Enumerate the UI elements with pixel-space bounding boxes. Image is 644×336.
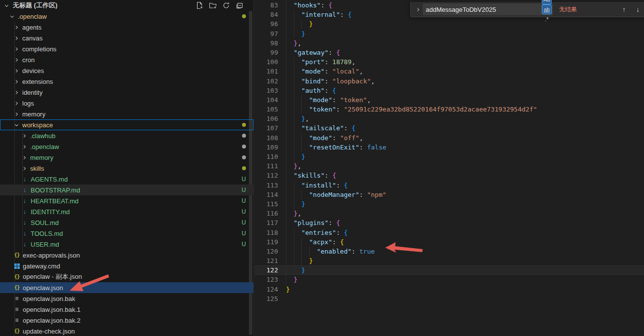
chevron-down-icon[interactable] bbox=[12, 124, 21, 126]
code-line-109[interactable]: 109"resetOnExit": false bbox=[254, 143, 644, 152]
find-widget: addMessageToDbV2025 Aaab.* 无结果 ↑ ↓ bbox=[410, 2, 644, 17]
chevron-right-icon[interactable] bbox=[20, 146, 29, 148]
tree-item-agents.md[interactable]: ↓AGENTS.mdU bbox=[0, 174, 253, 185]
tree-item-identity.md[interactable]: ↓IDENTITY.mdU bbox=[0, 206, 253, 217]
tree-item-heartbeat.md[interactable]: ↓HEARTBEAT.mdU bbox=[0, 195, 253, 206]
new-file-icon[interactable] bbox=[195, 0, 204, 10]
chevron-right-icon[interactable] bbox=[20, 135, 29, 137]
line-number: 110 bbox=[254, 152, 278, 161]
code-line-120[interactable]: 120"enabled": true bbox=[254, 247, 644, 256]
tree-item-label: openclaw - 副本.json bbox=[23, 272, 82, 281]
chevron-right-icon[interactable] bbox=[12, 102, 21, 105]
chevron-down-icon[interactable] bbox=[8, 16, 16, 17]
tree-item-openclaw.json.bak[interactable]: ≡openclaw.json.bak bbox=[0, 293, 253, 304]
line-number: 96 bbox=[254, 19, 278, 29]
collapse-folders-icon[interactable] bbox=[235, 0, 244, 10]
tree-item-openclaw-.json[interactable]: {}openclaw - 副本.json bbox=[0, 271, 253, 282]
tree-item-openclaw.json.bak.2[interactable]: ≡openclaw.json.bak.2 bbox=[0, 315, 253, 326]
code-line-124[interactable]: 124} bbox=[254, 285, 644, 294]
chevron-right-icon[interactable] bbox=[12, 26, 21, 29]
code-line-96[interactable]: 96} bbox=[254, 19, 644, 29]
whole-word-toggle[interactable]: ab bbox=[542, 4, 552, 14]
tree-item-cron[interactable]: cron bbox=[0, 54, 253, 65]
code-line-105[interactable]: 105"token": "25091c229ea32bd85220164f970… bbox=[254, 105, 644, 114]
tree-item-extensions[interactable]: extensions bbox=[0, 76, 253, 87]
code-line-121[interactable]: 121} bbox=[254, 256, 644, 265]
tree-item-memory[interactable]: memory bbox=[0, 152, 253, 163]
code-line-98[interactable]: 98}, bbox=[254, 38, 644, 48]
code-line-103[interactable]: 103"auth": { bbox=[254, 86, 644, 95]
tree-item-logs[interactable]: logs bbox=[0, 98, 253, 109]
tree-item-completions[interactable]: completions bbox=[0, 43, 253, 54]
regex-toggle[interactable]: .* bbox=[542, 14, 552, 24]
code-line-107[interactable]: 107"tailscale": { bbox=[254, 123, 644, 133]
chevron-right-icon[interactable] bbox=[20, 156, 29, 159]
tree-item-canvas[interactable]: canvas bbox=[0, 33, 253, 43]
code-line-122[interactable]: 122} bbox=[254, 265, 644, 275]
code-line-101[interactable]: 101"mode": "local", bbox=[254, 67, 644, 76]
find-input[interactable]: addMessageToDbV2025 Aaab.* bbox=[423, 3, 553, 15]
find-results-count: 无结果 bbox=[559, 5, 577, 14]
tree-item-.openclaw[interactable]: .openclaw bbox=[0, 141, 253, 152]
code-line-110[interactable]: 110} bbox=[254, 152, 644, 161]
tree-item-soul.md[interactable]: ↓SOUL.mdU bbox=[0, 217, 253, 228]
code-line-119[interactable]: 119"acpx": { bbox=[254, 237, 644, 247]
code-line-115[interactable]: 115} bbox=[254, 199, 644, 209]
code-line-117[interactable]: 117"plugins": { bbox=[254, 218, 644, 227]
code-line-99[interactable]: 99"gateway": { bbox=[254, 48, 644, 57]
match-case-toggle[interactable]: Aa bbox=[542, 0, 552, 4]
line-text: }, bbox=[278, 161, 301, 171]
tree-item-gateway.cmd[interactable]: gateway.cmd bbox=[0, 261, 253, 271]
tree-item-label: HEARTBEAT.md bbox=[31, 197, 79, 205]
code-line-113[interactable]: 113"install": { bbox=[254, 181, 644, 190]
toggle-replace-chevron-icon[interactable] bbox=[413, 2, 421, 17]
git-changes-dot bbox=[242, 166, 246, 170]
chevron-right-icon[interactable] bbox=[20, 167, 29, 170]
code-editor[interactable]: 83"hooks": {84"internal": {96}97}98},99"… bbox=[254, 0, 644, 336]
tree-item-bootstrap.md[interactable]: ↓BOOTSTRAP.mdU bbox=[0, 185, 253, 195]
tree-item-devices[interactable]: devices bbox=[0, 65, 253, 76]
next-match-icon[interactable]: ↓ bbox=[636, 2, 640, 17]
chevron-right-icon[interactable] bbox=[12, 113, 21, 115]
find-query-text[interactable]: addMessageToDbV2025 bbox=[426, 6, 541, 13]
code-line-118[interactable]: 118"entries": { bbox=[254, 228, 644, 237]
tree-item-user.md[interactable]: ↓USER.mdU bbox=[0, 239, 253, 250]
previous-match-icon[interactable]: ↑ bbox=[622, 2, 626, 17]
tree-item-exec-approvals.json[interactable]: {}exec-approvals.json bbox=[0, 250, 253, 261]
code-line-108[interactable]: 108"mode": "off", bbox=[254, 133, 644, 143]
chevron-right-icon[interactable] bbox=[12, 59, 21, 61]
tree-item-skills[interactable]: skills bbox=[0, 163, 253, 174]
chevron-right-icon[interactable] bbox=[12, 80, 21, 83]
code-line-112[interactable]: 112"skills": { bbox=[254, 171, 644, 180]
code-line-114[interactable]: 114"nodeManager": "npm" bbox=[254, 190, 644, 199]
code-line-104[interactable]: 104"mode": "token", bbox=[254, 95, 644, 105]
new-folder-icon[interactable] bbox=[208, 0, 218, 10]
chevron-right-icon[interactable] bbox=[12, 37, 21, 39]
code-line-125[interactable]: 125 bbox=[254, 294, 644, 303]
tree-item-.openclaw[interactable]: .openclaw bbox=[0, 11, 253, 22]
tree-item-agents[interactable]: agents bbox=[0, 22, 253, 33]
editor-content[interactable]: 83"hooks": {84"internal": {96}97}98},99"… bbox=[254, 0, 644, 303]
chevron-right-icon[interactable] bbox=[12, 91, 21, 94]
code-line-116[interactable]: 116}, bbox=[254, 209, 644, 218]
chevron-right-icon[interactable] bbox=[12, 70, 21, 72]
tree-item-memory[interactable]: memory bbox=[0, 109, 253, 119]
tree-item-workspace[interactable]: workspace bbox=[0, 119, 253, 130]
code-line-97[interactable]: 97} bbox=[254, 29, 644, 38]
tree-item-update-check.json[interactable]: {}update-check.json bbox=[0, 326, 253, 336]
tree-item-openclaw.json[interactable]: {}openclaw.json bbox=[0, 282, 253, 293]
workspace-section-header[interactable]: 无标题 (工作区) bbox=[0, 0, 253, 11]
git-changes-dot bbox=[242, 145, 246, 149]
tree-item-tools.md[interactable]: ↓TOOLS.mdU bbox=[0, 228, 253, 239]
code-line-111[interactable]: 111}, bbox=[254, 161, 644, 171]
code-line-102[interactable]: 102"bind": "loopback", bbox=[254, 76, 644, 86]
tree-item-openclaw.json.bak.1[interactable]: ≡openclaw.json.bak.1 bbox=[0, 304, 253, 315]
code-line-106[interactable]: 106}, bbox=[254, 114, 644, 123]
tree-item-.clawhub[interactable]: .clawhub bbox=[0, 130, 253, 141]
tree-item-identity[interactable]: identity bbox=[0, 87, 253, 98]
chevron-right-icon[interactable] bbox=[12, 48, 21, 50]
tree-item-label: openclaw.json bbox=[23, 284, 63, 292]
code-line-123[interactable]: 123} bbox=[254, 275, 644, 284]
code-line-100[interactable]: 100"port": 18789, bbox=[254, 57, 644, 67]
refresh-explorer-icon[interactable] bbox=[221, 0, 231, 10]
